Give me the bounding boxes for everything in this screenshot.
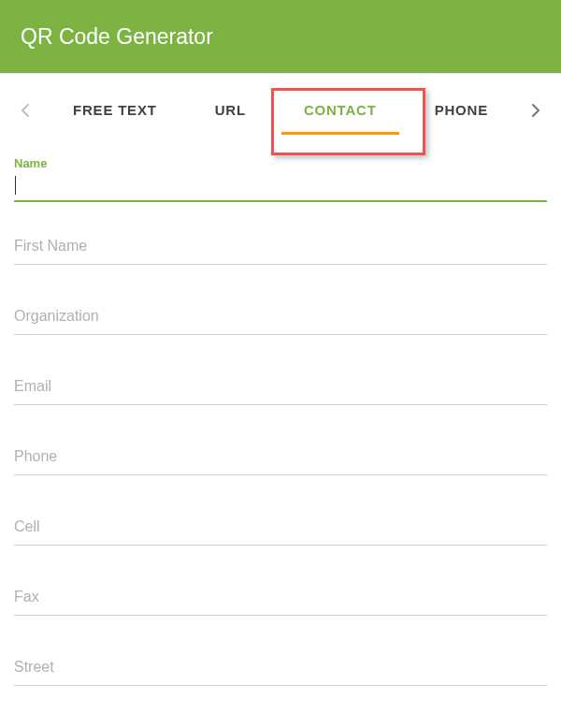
app-title: QR Code Generator [21,24,213,50]
tabs-container: FREE TEXT URL CONTACT PHONE [36,81,525,139]
phone-input[interactable] [14,441,547,475]
field-first-name [14,230,547,265]
chevron-left-icon[interactable] [14,99,36,122]
tab-free-text[interactable]: FREE TEXT [67,91,163,131]
fax-input[interactable] [14,581,547,616]
name-input[interactable] [20,176,499,192]
street-input[interactable] [14,651,547,686]
email-input[interactable] [14,371,547,405]
field-fax [14,581,547,616]
field-name: Name [14,156,547,202]
tab-url[interactable]: URL [209,91,252,131]
first-name-input[interactable] [14,230,547,265]
app-header: QR Code Generator [0,0,561,73]
chevron-right-icon[interactable] [525,99,547,122]
tabs-row: FREE TEXT URL CONTACT PHONE [14,74,547,139]
contact-form: Name [14,139,547,686]
cell-input[interactable] [14,511,547,546]
tab-phone[interactable]: PHONE [429,91,494,131]
field-organization [14,300,547,335]
content-area: FREE TEXT URL CONTACT PHONE Name [0,73,561,728]
text-cursor [15,176,16,195]
field-street [14,651,547,686]
field-cell [14,511,547,546]
organization-input[interactable] [14,300,547,335]
name-label: Name [14,156,547,170]
field-email [14,371,547,405]
tab-contact[interactable]: CONTACT [298,91,382,131]
field-phone [14,441,547,475]
